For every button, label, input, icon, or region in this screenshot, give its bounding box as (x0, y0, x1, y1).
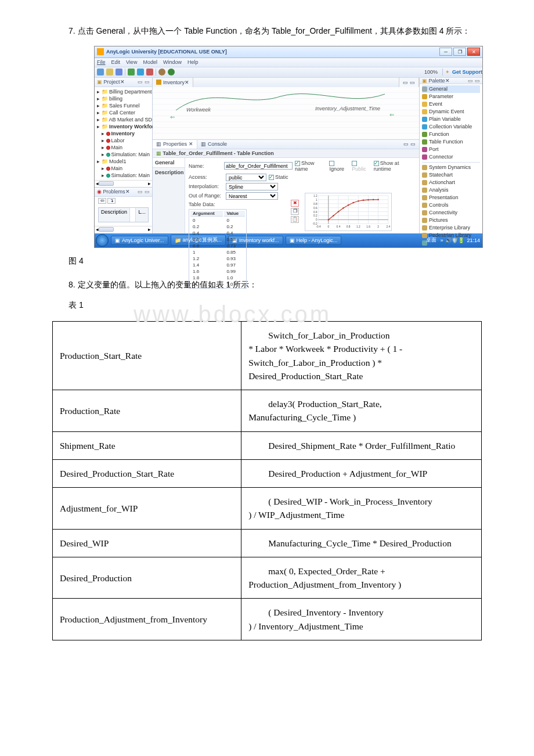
problems-next-button[interactable]: ↴ (107, 198, 116, 204)
project-node[interactable]: ▸ 📁 Model1 (97, 158, 150, 165)
start-button[interactable] (96, 234, 109, 247)
toolbar-new-icon[interactable] (97, 69, 104, 75)
menu-edit[interactable]: Edit (111, 59, 121, 65)
variables-table: Production_Start_RateSwitch_for_Labor_in… (52, 321, 482, 640)
table-row[interactable]: 00 (190, 218, 245, 223)
problems-pane-header[interactable]: ◉ Problems ✕▭ ▭ (95, 188, 152, 197)
project-node[interactable]: ▸ 📁 AB Market and SD Su (97, 116, 150, 123)
palette-item[interactable]: Function (422, 131, 480, 138)
palette-item[interactable]: Parameter (422, 93, 480, 100)
table-row[interactable]: 0.80.73 (190, 243, 245, 249)
palette-list[interactable]: GeneralParameterEventDynamic EventPlain … (420, 84, 482, 248)
prop-side-description[interactable]: Description (153, 168, 185, 177)
project-node[interactable]: ▸ Simulation: Main (97, 151, 150, 158)
project-node[interactable]: ▸ Main (97, 144, 150, 151)
palette-item[interactable]: Port (422, 146, 480, 153)
menu-file[interactable]: File (97, 59, 106, 65)
palette-group[interactable]: Enterprise Library (422, 224, 480, 232)
editor-controls[interactable]: ▭ ▭ (399, 78, 419, 87)
tray-desktop[interactable]: 桌面 (426, 236, 436, 244)
toolbar-run-icon[interactable] (128, 69, 135, 75)
problems-description-box[interactable]: Description L... (98, 207, 149, 222)
menu-help[interactable]: Help (187, 59, 199, 65)
palette-group[interactable]: System Dynamics (422, 164, 480, 171)
table-row[interactable]: 1.20.93 (190, 256, 245, 261)
project-node[interactable]: ▸ Inventory (97, 130, 150, 137)
problems-scrollbar[interactable]: ◂▸ (95, 226, 152, 233)
palette-item[interactable]: General (422, 85, 480, 93)
get-support-link[interactable]: Get Support (452, 69, 482, 75)
close-button[interactable]: ✕ (467, 48, 480, 56)
maximize-button[interactable]: ❐ (453, 48, 466, 56)
tab-properties[interactable]: ▥ Properties ✕ (153, 140, 197, 149)
tray-icons[interactable]: 🔊🛡️🔋 (445, 237, 464, 243)
table-copy-row-button[interactable]: ❐ (291, 208, 299, 215)
toolbar-play-icon[interactable] (168, 69, 175, 75)
project-node[interactable]: ▸ Simulation: Main (97, 172, 150, 179)
table-row[interactable]: 0.60.58 (190, 237, 245, 242)
project-node[interactable]: ▸ 📁 Inventory Workforce* (97, 123, 150, 130)
window-titlebar[interactable]: AnyLogic University [EDUCATIONAL USE ONL… (95, 46, 482, 58)
table-row[interactable]: 1.60.99 (190, 269, 245, 274)
table-row[interactable]: 21.0 (190, 282, 245, 287)
name-input[interactable] (224, 162, 293, 170)
access-select[interactable]: public (226, 174, 266, 181)
palette-item[interactable]: Plain Variable (422, 116, 480, 123)
model-canvas[interactable]: Workweek ⇐ Inventory_Adjustment_Time ⇐ (153, 87, 419, 140)
static-checkbox[interactable] (269, 175, 274, 180)
project-pane-header[interactable]: ▣ Project ✕▭ ▭ (95, 78, 152, 87)
palette-pane-header[interactable]: ▣ Palette ✕▭ ▭ (420, 78, 482, 84)
editor-tab-inventory[interactable]: Inventory ✕ (153, 78, 193, 87)
palette-item[interactable]: Collection Variable (422, 123, 480, 131)
palette-group[interactable]: Analysis (422, 186, 480, 194)
interpolation-select[interactable]: Spline (226, 183, 278, 190)
project-scrollbar[interactable]: ◂▸ (95, 180, 152, 187)
prop-side-general[interactable]: General (153, 158, 185, 168)
table-row[interactable]: 1.81.0 (190, 275, 245, 280)
palette-group[interactable]: Controls (422, 201, 480, 209)
menu-view[interactable]: View (126, 59, 137, 65)
table-row[interactable]: 1.40.97 (190, 262, 245, 268)
palette-group[interactable]: Connectivity (422, 209, 480, 217)
table-row[interactable]: 10.85 (190, 250, 245, 255)
ignore-checkbox[interactable] (329, 161, 334, 166)
table-row[interactable]: 0.20.2 (190, 224, 245, 229)
taskbar-btn-anylogic[interactable]: ▣AnyLogic Univer... (111, 236, 168, 245)
palette-group[interactable]: Pictures (422, 217, 480, 224)
table-data-grid[interactable]: ArgumentValue 000.20.20.40.40.60.580.80.… (189, 209, 247, 289)
palette-group[interactable]: Actionchart (422, 179, 480, 186)
project-node[interactable]: ▸ 📁 Call Center (97, 109, 150, 116)
show-runtime-checkbox[interactable] (374, 161, 379, 166)
minimize-button[interactable]: ─ (439, 48, 452, 56)
palette-group[interactable]: Presentation (422, 194, 480, 201)
taskbar-btn-help[interactable]: ▣Help - AnyLogic... (286, 236, 342, 245)
show-name-checkbox[interactable] (295, 161, 300, 166)
toolbar-cut-icon[interactable] (137, 69, 144, 75)
out-of-range-select[interactable]: Nearest (226, 192, 278, 200)
toolbar-open-icon[interactable] (106, 69, 113, 75)
table-paste-button[interactable]: 📋 (291, 216, 299, 223)
toolbar-build-icon[interactable] (158, 69, 165, 75)
problems-prev-button[interactable]: ⇦ (98, 198, 106, 204)
public-checkbox[interactable] (352, 161, 357, 166)
zoom-value[interactable]: 100% (424, 69, 438, 75)
toolbar-save-icon[interactable] (116, 69, 122, 75)
menu-model[interactable]: Model (143, 59, 157, 65)
table-delete-row-button[interactable]: ✖ (291, 200, 299, 207)
palette-item[interactable]: Event (422, 100, 480, 108)
palette-item[interactable]: Connector (422, 153, 480, 161)
project-tree[interactable]: ▸ 📁 Billing Department▸ 📁 billing▸ 📁 Sal… (95, 87, 152, 180)
palette-item[interactable]: Table Function (422, 138, 480, 146)
toolbar-stop-icon[interactable] (146, 69, 153, 75)
palette-item[interactable]: Dynamic Event (422, 108, 480, 116)
project-node[interactable]: ▸ 📁 billing (97, 95, 150, 102)
menu-window[interactable]: Window (163, 59, 182, 65)
properties-controls[interactable]: ▭ ▭ (400, 140, 419, 149)
project-node[interactable]: ▸ 📁 Billing Department (97, 88, 150, 95)
tab-console[interactable]: ▥ Console (197, 140, 230, 149)
project-node[interactable]: ▸ Labor (97, 137, 150, 144)
table-row[interactable]: 0.40.4 (190, 231, 245, 236)
palette-group[interactable]: Statechart (422, 171, 480, 179)
project-node[interactable]: ▸ 📁 Sales Funnel (97, 102, 150, 109)
project-node[interactable]: ▸ Main (97, 165, 150, 172)
